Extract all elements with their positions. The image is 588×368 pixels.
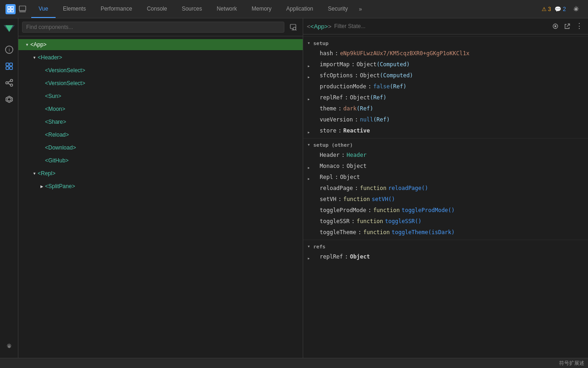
panel-toggle-icon[interactable] bbox=[17, 4, 28, 14]
toggle-monaco[interactable] bbox=[305, 163, 312, 173]
toggle-store[interactable] bbox=[305, 127, 312, 138]
tab-elements[interactable]: Elements bbox=[56, 0, 93, 18]
state-val-setvh-prefix: function bbox=[343, 196, 370, 202]
svg-line-19 bbox=[8, 83, 10, 85]
tree-tag-header: <Header> bbox=[38, 54, 62, 61]
svg-marker-21 bbox=[7, 98, 11, 101]
toggle-sfcoptions[interactable] bbox=[305, 72, 312, 82]
state-row-replref[interactable]: replRef : Object(Ref) bbox=[303, 94, 588, 105]
tab-overflow[interactable]: » bbox=[355, 6, 366, 12]
sidebar-item-info[interactable]: i bbox=[2, 42, 17, 57]
tab-sources[interactable]: Sources bbox=[175, 0, 209, 18]
state-toolbar: <<App>> ⋮ bbox=[303, 18, 588, 34]
svg-rect-13 bbox=[6, 67, 9, 69]
tab-vue[interactable]: Vue bbox=[31, 0, 56, 18]
tab-list: Vue Elements Performance Console Sources… bbox=[31, 0, 366, 18]
component-tree: <App> <Header> <VersionSelect> bbox=[18, 18, 303, 358]
tab-network[interactable]: Network bbox=[209, 0, 244, 18]
section-setup-other-toggle[interactable] bbox=[305, 140, 312, 150]
state-row-importmap[interactable]: importMap : Object(Computed) bbox=[303, 61, 588, 72]
state-row-toggletheme: toggleTheme : function toggleTheme(isDar… bbox=[303, 229, 588, 240]
tree-toggle-app[interactable] bbox=[24, 41, 30, 48]
state-row-sfcoptions[interactable]: sfcOptions : Object(Computed) bbox=[303, 72, 588, 83]
state-val-store: Reactive bbox=[343, 127, 370, 134]
tree-node-reload[interactable]: <Reload> bbox=[18, 128, 303, 141]
state-val-reloadpage: reloadPage() bbox=[388, 185, 428, 191]
tree-node-app[interactable]: <App> bbox=[18, 38, 303, 51]
tree-node-moon[interactable]: <Moon> bbox=[18, 103, 303, 115]
svg-point-16 bbox=[10, 80, 12, 82]
section-refs[interactable]: refs bbox=[303, 240, 588, 253]
toggle-repl-comp[interactable] bbox=[305, 174, 312, 184]
sidebar-item-vuex[interactable] bbox=[2, 92, 17, 107]
state-row-setvh: setVH : function setVH() bbox=[303, 196, 588, 207]
warning-badge[interactable]: ⚠ 3 bbox=[542, 6, 551, 12]
warning-count: 3 bbox=[548, 6, 551, 12]
settings-button[interactable] bbox=[570, 3, 582, 16]
tab-application[interactable]: Application bbox=[279, 0, 321, 18]
tab-security[interactable]: Security bbox=[321, 0, 355, 18]
tree-node-versionselect2[interactable]: <VersionSelect> bbox=[18, 77, 303, 90]
state-val-sfcoptions: Object bbox=[360, 72, 379, 79]
inspect-button[interactable] bbox=[287, 21, 299, 33]
svg-rect-5 bbox=[19, 11, 26, 12]
tree-tag-app: <App> bbox=[30, 41, 46, 48]
state-key-setvh: setVH bbox=[320, 196, 336, 202]
svg-line-29 bbox=[567, 24, 570, 27]
svg-point-15 bbox=[6, 82, 8, 84]
tree-tag-reload: <Reload> bbox=[45, 132, 69, 138]
tree-node-github[interactable]: <GitHub> bbox=[18, 154, 303, 167]
state-key-vueversion: vueVersion bbox=[320, 116, 353, 123]
tree-node-versionselect1[interactable]: <VersionSelect> bbox=[18, 64, 303, 77]
state-row-monaco[interactable]: Monaco : Object bbox=[303, 162, 588, 173]
sidebar-item-routes[interactable] bbox=[2, 75, 17, 90]
tree-node-sun[interactable]: <Sun> bbox=[18, 90, 303, 103]
tree-toolbar bbox=[18, 18, 303, 36]
tab-console[interactable]: Console bbox=[140, 0, 175, 18]
tree-toggle-header[interactable] bbox=[31, 54, 38, 61]
more-options-button[interactable]: ⋮ bbox=[574, 21, 584, 31]
search-input[interactable] bbox=[22, 22, 284, 33]
tree-node-repl[interactable]: <Repl> bbox=[18, 167, 303, 180]
section-setup-other-label: setup (other) bbox=[313, 142, 353, 148]
section-setup-toggle[interactable] bbox=[305, 38, 312, 48]
info-icon: 💬 bbox=[554, 6, 561, 12]
tree-toggle-splitpane[interactable] bbox=[39, 183, 45, 190]
info-badge[interactable]: 💬 2 bbox=[554, 6, 566, 12]
tree-node-download[interactable]: <Download> bbox=[18, 141, 303, 154]
svg-rect-11 bbox=[6, 63, 9, 66]
section-setup-other[interactable]: setup (other) bbox=[303, 138, 588, 151]
state-row-repl-comp[interactable]: Repl : Object bbox=[303, 173, 588, 184]
state-row-refs-replref[interactable]: replRef : Object bbox=[303, 253, 588, 264]
state-row-header-comp: Header : Header bbox=[303, 151, 588, 162]
tree-node-header[interactable]: <Header> bbox=[18, 51, 303, 64]
tree-tag-moon: <Moon> bbox=[45, 106, 65, 112]
open-in-editor-button[interactable] bbox=[562, 21, 572, 31]
state-val-reloadpage-prefix: function bbox=[360, 185, 386, 191]
toggle-importmap[interactable] bbox=[305, 61, 312, 71]
toggle-replref[interactable] bbox=[305, 94, 312, 104]
scroll-to-component-button[interactable] bbox=[550, 21, 560, 31]
section-setup[interactable]: setup bbox=[303, 36, 588, 50]
state-val-monaco: Object bbox=[347, 163, 367, 169]
state-val-productionmode: false bbox=[373, 83, 390, 90]
toggle-refs-replref[interactable] bbox=[305, 253, 312, 264]
state-key-refs-replref: replRef bbox=[320, 253, 343, 260]
sidebar-item-components[interactable] bbox=[2, 59, 17, 74]
selected-component-tag: <<App>> bbox=[307, 23, 332, 30]
state-val-setvh: setVH() bbox=[372, 196, 395, 202]
tab-performance[interactable]: Performance bbox=[93, 0, 140, 18]
state-row-store[interactable]: store : Reactive bbox=[303, 127, 588, 138]
state-filter-input[interactable] bbox=[334, 23, 548, 29]
tree-toggle-repl[interactable] bbox=[31, 170, 38, 177]
vue-logo[interactable] bbox=[1, 22, 17, 39]
state-val-hash: eNp9kUFLwzAUx7/KM5cqzBXR0+gGKgP1oKKCl1x bbox=[340, 50, 469, 57]
sidebar-item-settings[interactable] bbox=[2, 339, 17, 354]
tree-node-splitpane[interactable]: <SplitPane> bbox=[18, 180, 303, 193]
bottom-text: 符号扩展述 bbox=[559, 360, 584, 367]
section-refs-toggle[interactable] bbox=[305, 242, 312, 252]
tab-memory[interactable]: Memory bbox=[244, 0, 279, 18]
tree-node-share[interactable]: <Share> bbox=[18, 115, 303, 128]
state-row-vueversion: vueVersion : null(Ref) bbox=[303, 116, 588, 127]
state-val-vueversion: null bbox=[360, 116, 373, 123]
